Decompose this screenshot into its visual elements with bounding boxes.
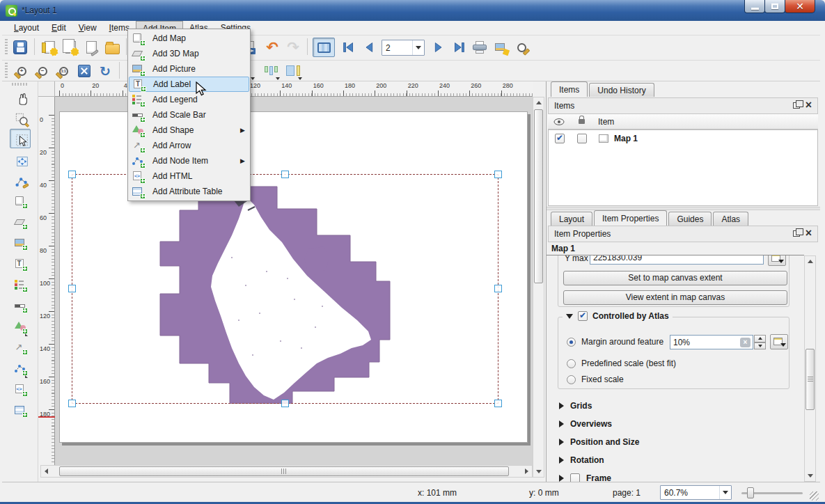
tab-atlas[interactable]: Atlas (713, 212, 748, 226)
atlas-feature-combobox[interactable]: 2 (382, 40, 425, 56)
tab-guides[interactable]: Guides (668, 212, 712, 226)
scroll-left-button[interactable] (41, 466, 52, 477)
redo-button[interactable]: ↷ (283, 38, 303, 57)
visibility-checkbox[interactable] (555, 134, 565, 143)
add-scale-bar-tool-button[interactable] (10, 296, 31, 315)
align-items-button[interactable] (261, 61, 281, 81)
minimize-button[interactable] (744, 0, 765, 13)
edit-nodes-item-tool-button[interactable] (10, 171, 31, 190)
menu-item-add-attribute-table[interactable]: Add Attribute Table (129, 184, 249, 199)
fixed-scale-radio[interactable] (567, 375, 576, 384)
layout-canvas[interactable] (55, 97, 533, 465)
margin-data-defined-button[interactable] (770, 334, 788, 349)
canvas-vertical-scrollbar[interactable] (533, 97, 544, 478)
print-atlas-button[interactable] (470, 38, 489, 57)
first-feature-button[interactable] (339, 38, 359, 57)
resize-handle-se[interactable] (494, 400, 502, 407)
move-item-content-tool-button[interactable] (10, 150, 31, 169)
new-layout-button[interactable] (40, 38, 59, 57)
menu-item-add-3d-map[interactable]: Add 3D Map (129, 46, 249, 61)
frame-checkbox[interactable] (570, 473, 580, 482)
distribute-items-button[interactable] (283, 61, 303, 81)
add-label-tool-button[interactable]: T (10, 254, 31, 274)
zoom-level-combobox[interactable]: 60.7% (660, 485, 732, 500)
add-legend-tool-button[interactable] (10, 275, 31, 294)
zoom-actual-button[interactable]: 1:1 (54, 61, 73, 81)
add-map-tool-button[interactable] (10, 191, 31, 211)
scroll-up-button[interactable] (533, 97, 544, 108)
map-item[interactable] (72, 174, 498, 404)
scroll-up-button[interactable] (805, 256, 815, 267)
section-grids[interactable]: Grids (548, 397, 804, 414)
float-panel-icon[interactable] (793, 230, 800, 237)
menu-item-add-html[interactable]: <>Add HTML (129, 168, 249, 184)
undo-button[interactable]: ↶ (262, 38, 282, 57)
tab-item-properties[interactable]: Item Properties (594, 210, 667, 226)
menu-item-add-picture[interactable]: Add Picture (129, 61, 249, 77)
margin-value-field[interactable]: 10% × (670, 335, 753, 349)
horizontal-scroll-thumb[interactable] (59, 466, 509, 476)
collapse-arrow-icon[interactable] (566, 314, 573, 319)
menu-item-add-scale-bar[interactable]: Add Scale Bar (129, 107, 249, 123)
resize-handle-sw[interactable] (68, 400, 76, 407)
menu-item-add-shape[interactable]: Add Shape▶ (129, 123, 249, 138)
view-extent-in-map-canvas-button[interactable]: View extent in map canvas (563, 290, 787, 305)
resize-handle-w[interactable] (68, 285, 76, 292)
close-panel-icon[interactable]: × (806, 101, 812, 109)
save-project-button[interactable] (10, 38, 30, 57)
atlas-group-title-row[interactable]: Controlled by Atlas (563, 311, 673, 321)
menubar-item-layout[interactable]: Layout (8, 21, 45, 35)
properties-scrollbar[interactable] (804, 255, 816, 482)
canvas-horizontal-scrollbar[interactable] (40, 465, 533, 478)
add-attribute-table-tool-button[interactable] (10, 400, 31, 420)
window-resize-grip[interactable] (810, 491, 819, 501)
margin-option-row[interactable]: Margin around feature (567, 337, 663, 347)
pan-tool-button[interactable] (10, 87, 31, 107)
last-feature-button[interactable] (449, 38, 469, 57)
layout-manager-button[interactable] (81, 38, 101, 57)
next-feature-button[interactable] (428, 38, 448, 57)
fixed-scale-row[interactable]: Fixed scale (567, 375, 624, 384)
ymax-data-defined-button[interactable] (768, 255, 786, 266)
ymax-field[interactable]: 2251830.039 (590, 255, 764, 265)
predefined-scale-row[interactable]: Predefined scale (best fit) (567, 359, 676, 368)
scroll-down-button[interactable] (533, 466, 544, 477)
close-panel-icon[interactable]: × (806, 229, 812, 237)
duplicate-layout-button[interactable] (61, 38, 80, 57)
previous-feature-button[interactable] (360, 38, 379, 57)
section-position-and-size[interactable]: Position and Size (548, 434, 804, 450)
predefined-scale-radio[interactable] (567, 359, 576, 368)
spin-up-icon[interactable] (754, 335, 766, 342)
menu-item-add-node-item[interactable]: Add Node Item▶ (129, 153, 249, 168)
zoom-tool-button[interactable] (10, 108, 31, 127)
resize-handle-s[interactable] (281, 400, 289, 407)
section-rotation[interactable]: Rotation (548, 452, 804, 468)
zoom-slider-handle[interactable] (747, 487, 754, 498)
scroll-right-button[interactable] (521, 466, 532, 477)
chevron-down-icon[interactable] (412, 40, 424, 55)
add-html-tool-button[interactable]: <> (10, 379, 31, 399)
section-frame[interactable]: Frame (548, 470, 804, 482)
chevron-down-icon[interactable] (719, 486, 731, 499)
add-picture-tool-button[interactable] (10, 233, 31, 253)
maximize-button[interactable] (764, 0, 785, 13)
set-to-map-canvas-extent-button[interactable]: Set to map canvas extent (563, 271, 787, 285)
tab-undo-history[interactable]: Undo History (589, 83, 654, 97)
menu-item-add-arrow[interactable]: ↗Add Arrow (129, 138, 249, 153)
tab-layout[interactable]: Layout (551, 212, 592, 226)
resize-handle-nw[interactable] (68, 171, 76, 178)
controlled-by-atlas-checkbox[interactable] (578, 311, 588, 321)
add-shape-tool-button[interactable] (10, 317, 31, 336)
resize-handle-ne[interactable] (494, 171, 502, 178)
menu-item-add-label[interactable]: TAdd Label (129, 77, 249, 92)
close-button[interactable]: ✕ (785, 0, 815, 13)
menubar-item-edit[interactable]: Edit (45, 21, 72, 35)
margin-spinner[interactable] (754, 335, 766, 349)
clear-field-icon[interactable]: × (740, 338, 751, 347)
item-row-map1[interactable]: Map 1 (549, 130, 817, 145)
tab-items[interactable]: Items (551, 81, 588, 97)
resize-handle-e[interactable] (494, 285, 502, 292)
scroll-down-button[interactable] (805, 471, 815, 481)
vertical-scroll-thumb[interactable] (534, 109, 543, 283)
lock-checkbox[interactable] (577, 134, 587, 143)
